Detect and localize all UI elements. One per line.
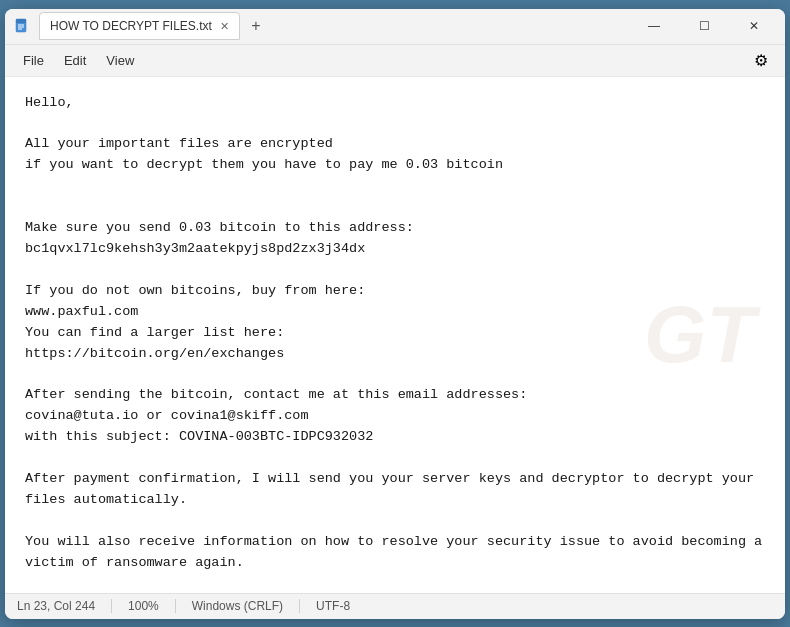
tab-container: HOW TO DECRYPT FILES.txt ✕ +	[39, 12, 631, 40]
menu-view[interactable]: View	[96, 49, 144, 72]
close-button[interactable]: ✕	[731, 10, 777, 42]
tab-close-button[interactable]: ✕	[220, 21, 229, 32]
svg-rect-1	[16, 19, 26, 23]
zoom-level: 100%	[112, 599, 176, 613]
cursor-position: Ln 23, Col 244	[17, 599, 112, 613]
new-tab-button[interactable]: +	[244, 14, 268, 38]
notepad-window: HOW TO DECRYPT FILES.txt ✕ + — ☐ ✕ File …	[5, 9, 785, 619]
window-controls: — ☐ ✕	[631, 10, 777, 42]
maximize-button[interactable]: ☐	[681, 10, 727, 42]
app-icon	[13, 17, 31, 35]
document-text: Hello, All your important files are encr…	[25, 93, 765, 593]
minimize-button[interactable]: —	[631, 10, 677, 42]
menu-bar: File Edit View ⚙	[5, 45, 785, 77]
tab-label: HOW TO DECRYPT FILES.txt	[50, 19, 212, 33]
line-ending: Windows (CRLF)	[176, 599, 300, 613]
settings-button[interactable]: ⚙	[745, 46, 777, 74]
text-content-area[interactable]: GT Hello, All your important files are e…	[5, 77, 785, 593]
menu-edit[interactable]: Edit	[54, 49, 96, 72]
encoding: UTF-8	[300, 599, 366, 613]
title-bar: HOW TO DECRYPT FILES.txt ✕ + — ☐ ✕	[5, 9, 785, 45]
active-tab[interactable]: HOW TO DECRYPT FILES.txt ✕	[39, 12, 240, 40]
menu-file[interactable]: File	[13, 49, 54, 72]
status-bar: Ln 23, Col 244 100% Windows (CRLF) UTF-8	[5, 593, 785, 619]
